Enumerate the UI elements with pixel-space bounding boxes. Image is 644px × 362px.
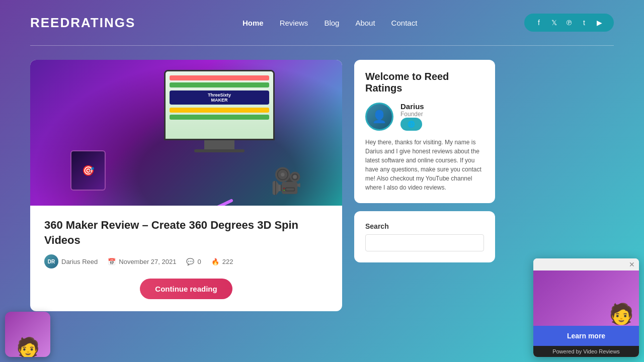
search-label: Search: [365, 222, 484, 230]
search-input[interactable]: [365, 234, 484, 251]
fire-icon: 🔥: [211, 258, 219, 265]
author-name: Darius Reed: [61, 258, 98, 265]
bottom-left-person: 🧑: [16, 338, 40, 357]
product-box: 🎯: [70, 150, 106, 191]
article-card: ThreeSixtyMAKER 🎯 🎥: [30, 60, 342, 311]
nav-blog[interactable]: Blog: [324, 19, 339, 27]
product-box-visual: 🎯: [70, 150, 106, 191]
facebook-icon[interactable]: f: [533, 19, 544, 27]
twitter-icon[interactable]: 𝕏: [548, 19, 559, 27]
video-widget: ✕ 🧑 Learn more Powered by Video Reviews: [533, 258, 639, 357]
social-bar: f 𝕏 ℗ t ▶: [524, 14, 614, 32]
screen-bar-yellow: [170, 108, 269, 113]
youtube-icon[interactable]: ▶: [594, 19, 605, 27]
screen-bar-green2: [170, 115, 269, 120]
date-meta: 📅 November 27, 2021: [108, 258, 176, 265]
welcome-card: Welcome to Reed Ratings 👤 Darius Founder…: [354, 60, 495, 203]
tumblr-icon[interactable]: t: [579, 19, 590, 27]
monitor-base: [194, 149, 245, 152]
globe-icon: 🌐: [408, 121, 415, 128]
monitor-mockup: ThreeSixtyMAKER: [164, 70, 275, 140]
article-date: November 27, 2021: [119, 258, 176, 265]
article-meta: DR Darius Reed 📅 November 27, 2021 💬 0 🔥…: [44, 254, 328, 268]
screen-bar-red: [170, 75, 269, 80]
video-person-image: 🧑: [609, 302, 634, 326]
camera-visual: 🎥: [271, 166, 302, 196]
author-role: Founder: [400, 111, 424, 118]
learn-more-button[interactable]: Learn more: [533, 326, 639, 346]
author-row: 👤 Darius Founder 🌐: [365, 102, 484, 131]
site-logo[interactable]: ReedRatings: [30, 15, 135, 31]
nav-home[interactable]: Home: [243, 19, 264, 27]
article-hero-image: ThreeSixtyMAKER 🎯 🎥: [30, 60, 342, 206]
powered-by-label: Powered by Video Reviews: [533, 346, 639, 357]
author-avatar-small: DR: [44, 254, 58, 268]
calendar-icon: 📅: [108, 258, 116, 265]
nav-reviews[interactable]: Reviews: [280, 19, 308, 27]
comments-meta: 💬 0: [186, 258, 201, 265]
screen-bar-green: [170, 82, 269, 87]
author-name-sidebar: Darius: [400, 102, 424, 111]
sidebar: Welcome to Reed Ratings 👤 Darius Founder…: [354, 60, 495, 262]
author-meta: DR Darius Reed: [44, 254, 98, 268]
bottom-left-avatar-widget: 🧑: [5, 312, 50, 357]
author-description: Hey there, thanks for visiting. My name …: [365, 138, 484, 192]
view-count: 222: [222, 258, 233, 265]
article-title: 360 Maker Review – Create 360 Degrees 3D…: [44, 218, 328, 247]
comment-count: 0: [197, 258, 201, 265]
monitor-screen: ThreeSixtyMAKER: [166, 71, 273, 139]
continue-reading-button[interactable]: Continue reading: [140, 279, 232, 299]
author-follow-button[interactable]: 🌐: [400, 118, 422, 131]
video-widget-header: ✕: [533, 258, 639, 270]
author-avatar: 👤: [365, 103, 393, 131]
welcome-title: Welcome to Reed Ratings: [365, 71, 484, 94]
nav-about[interactable]: About: [355, 19, 375, 27]
video-preview: 🧑: [533, 270, 639, 326]
article-body: 360 Maker Review – Create 360 Degrees 3D…: [30, 206, 342, 311]
search-card: Search: [354, 211, 495, 262]
comment-icon: 💬: [186, 258, 194, 265]
video-close-button[interactable]: ✕: [629, 260, 635, 268]
monitor-stand: [204, 140, 234, 149]
product-logo-screen: ThreeSixtyMAKER: [170, 90, 269, 105]
author-info: Darius Founder 🌐: [400, 102, 424, 131]
views-meta: 🔥 222: [211, 258, 233, 265]
header: ReedRatings Home Reviews Blog About Cont…: [0, 0, 644, 45]
pinterest-icon[interactable]: ℗: [564, 19, 575, 27]
nav-contact[interactable]: Contact: [391, 19, 418, 27]
main-nav: Home Reviews Blog About Contact: [243, 19, 417, 27]
